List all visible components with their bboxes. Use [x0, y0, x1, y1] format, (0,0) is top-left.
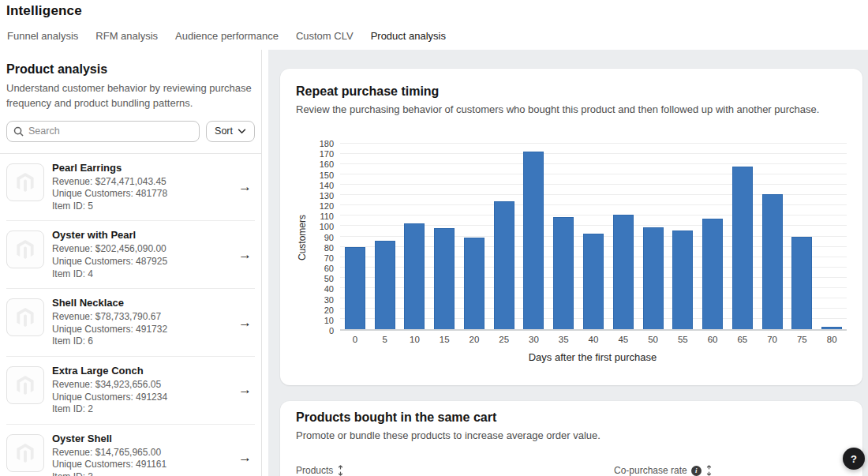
- y-tick-label: 60: [324, 264, 334, 273]
- help-button[interactable]: ?: [843, 448, 865, 470]
- bar-slot: [429, 144, 459, 329]
- product-row[interactable]: Extra Large ConchRevenue: $34,923,656.05…: [6, 357, 255, 425]
- search-row: Sort: [6, 121, 255, 142]
- product-info: Oyster with PearlRevenue: $202,456,090.0…: [52, 229, 227, 280]
- chart-bar: [732, 167, 753, 329]
- product-row[interactable]: Oyster ShellRevenue: $14,765,965.00Uniqu…: [6, 425, 255, 476]
- product-info: Shell NecklaceRevenue: $78,733,790.67Uni…: [52, 297, 227, 348]
- product-item-id: Item ID: 3: [52, 471, 227, 476]
- chart-bar: [702, 219, 723, 329]
- product-image-placeholder: [6, 366, 44, 404]
- bar-slot: [548, 144, 578, 329]
- arrow-right-icon[interactable]: →: [235, 315, 255, 331]
- search-input[interactable]: [28, 126, 193, 137]
- product-info: Extra Large ConchRevenue: $34,923,656.05…: [52, 365, 227, 416]
- y-tick-label: 90: [324, 233, 334, 242]
- sidebar: Product analysis Understand customer beh…: [0, 50, 262, 476]
- same-cart-card: Products bought in the same cart Promote…: [280, 401, 862, 476]
- x-axis-ticks: 05101520253035404550556065707580: [340, 331, 847, 348]
- chart-bar: [375, 241, 395, 329]
- page-header: Intelligence Funnel analysisRFM analysis…: [0, 0, 868, 50]
- bar-slot: [370, 144, 400, 329]
- product-item-id: Item ID: 4: [52, 268, 227, 281]
- sidebar-description: Understand customer behavior by reviewin…: [6, 81, 255, 111]
- x-tick-label: 35: [548, 335, 578, 344]
- product-name: Shell Necklace: [52, 297, 227, 309]
- sort-icon: [337, 465, 344, 476]
- x-tick-label: 15: [429, 335, 459, 344]
- repeat-purchase-chart: Customers 010203040506070809010011012013…: [296, 144, 847, 365]
- repeat-purchase-card: Repeat purchase timing Review the purcha…: [280, 69, 862, 385]
- y-tick-label: 30: [324, 295, 334, 304]
- bar-slot: [787, 144, 817, 329]
- product-row[interactable]: Oyster with PearlRevenue: $202,456,090.0…: [6, 221, 255, 289]
- x-tick-label: 10: [400, 335, 430, 344]
- y-tick-label: 50: [324, 275, 334, 283]
- y-tick-label: 110: [320, 212, 334, 221]
- chart-bar: [553, 217, 574, 329]
- y-axis-title: Customers: [296, 144, 309, 331]
- column-label: Co-purchase rate: [614, 465, 687, 476]
- product-image-placeholder: [6, 231, 44, 268]
- cart-table-header: ProductsCo-purchase ratei: [296, 465, 847, 476]
- arrow-right-icon[interactable]: →: [235, 382, 255, 398]
- info-icon[interactable]: i: [691, 466, 702, 476]
- chart-bars: [340, 144, 847, 329]
- product-name: Oyster with Pearl: [52, 229, 227, 241]
- x-tick-label: 60: [698, 335, 728, 344]
- column-header-co-purchase-rate[interactable]: Co-purchase ratei: [614, 465, 847, 476]
- product-unique-customers: Unique Customers: 491161: [52, 459, 227, 471]
- y-tick-label: 170: [320, 150, 334, 159]
- x-tick-label: 50: [638, 335, 668, 344]
- search-box[interactable]: [6, 121, 200, 142]
- arrow-right-icon[interactable]: →: [235, 450, 255, 466]
- x-tick-label: 45: [608, 335, 638, 344]
- y-tick-label: 160: [320, 160, 334, 169]
- product-row[interactable]: Pearl EarringsRevenue: $274,471,043.45Un…: [6, 154, 255, 222]
- arrow-right-icon[interactable]: →: [235, 179, 255, 195]
- chart-bar: [643, 227, 664, 329]
- main-panel: Repeat purchase timing Review the purcha…: [268, 50, 868, 476]
- product-revenue: Revenue: $78,733,790.67: [52, 311, 227, 324]
- x-tick-label: 40: [578, 335, 608, 344]
- product-item-id: Item ID: 6: [52, 335, 227, 348]
- bar-slot: [459, 144, 489, 329]
- y-tick-label: 180: [320, 140, 334, 148]
- product-unique-customers: Unique Customers: 481778: [52, 188, 227, 201]
- y-tick-label: 10: [324, 316, 334, 324]
- y-tick-label: 120: [320, 202, 334, 211]
- product-item-id: Item ID: 5: [52, 201, 227, 213]
- arrow-right-icon[interactable]: →: [235, 247, 255, 263]
- product-row[interactable]: Shell NecklaceRevenue: $78,733,790.67Uni…: [6, 289, 255, 357]
- chart-bar: [672, 231, 693, 329]
- column-header-products[interactable]: Products: [296, 465, 614, 476]
- bar-slot: [578, 144, 608, 329]
- chart-bar: [404, 223, 425, 329]
- x-tick-label: 30: [519, 335, 549, 344]
- chart-bar: [434, 228, 455, 329]
- sidebar-gutter: [262, 50, 268, 476]
- y-tick-label: 100: [320, 223, 334, 231]
- repeat-card-title: Repeat purchase timing: [296, 84, 847, 99]
- chart-bar: [583, 234, 604, 329]
- x-tick-label: 80: [817, 335, 847, 344]
- product-revenue: Revenue: $274,471,043.45: [52, 176, 227, 189]
- cart-card-subtitle: Promote or bundle these products to incr…: [296, 429, 847, 441]
- bar-slot: [698, 144, 728, 329]
- x-tick-label: 70: [758, 335, 788, 344]
- chart-bar: [613, 215, 634, 329]
- chart-bar: [762, 194, 783, 329]
- sort-button[interactable]: Sort: [206, 121, 255, 142]
- repeat-card-subtitle: Review the purchasing behavior of custom…: [296, 103, 847, 115]
- x-tick-label: 25: [489, 335, 519, 344]
- y-axis-ticks: 0102030405060708090100110120130140150160…: [309, 144, 339, 331]
- product-unique-customers: Unique Customers: 487925: [52, 256, 227, 268]
- product-unique-customers: Unique Customers: 491234: [52, 392, 227, 404]
- y-tick-label: 80: [324, 243, 334, 252]
- bar-slot: [758, 144, 788, 329]
- sort-button-label: Sort: [215, 126, 233, 137]
- bar-slot: [400, 144, 430, 329]
- chart-bar: [821, 327, 842, 329]
- bar-slot: [608, 144, 638, 329]
- bar-slot: [817, 144, 847, 329]
